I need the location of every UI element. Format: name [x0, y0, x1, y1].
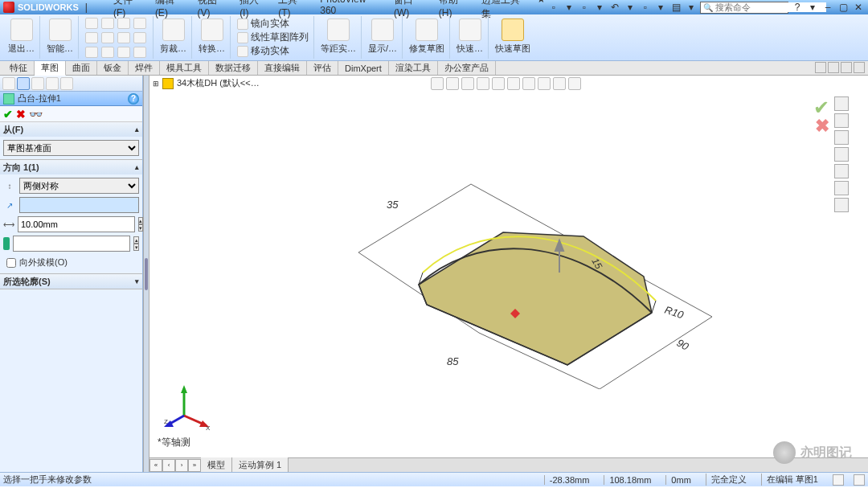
ribbon-linear-pattern[interactable]: 线性草图阵列 — [237, 31, 309, 44]
orientation-triad-icon[interactable]: Y X Z — [164, 383, 212, 432]
custom-props-icon[interactable] — [834, 181, 849, 195]
draft-angle-input[interactable] — [13, 236, 130, 252]
cmdtab-close-icon[interactable] — [854, 62, 865, 73]
ribbon-trim[interactable]: 剪裁… — [155, 16, 192, 59]
close-icon[interactable]: ✕ — [852, 1, 865, 14]
zoom-fit-icon[interactable] — [431, 77, 444, 90]
zoom-area-icon[interactable] — [446, 77, 459, 90]
redo-icon[interactable]: ▾ — [624, 1, 637, 14]
end-condition-select[interactable]: 两侧对称 — [19, 178, 139, 194]
ribbon-smart-dimension[interactable]: 智能… — [42, 16, 79, 59]
expand-icon[interactable]: ▾ — [135, 277, 139, 285]
reverse-direction-icon[interactable]: ↕ — [3, 179, 16, 192]
tab-scroll-first-icon[interactable]: « — [149, 459, 162, 472]
command-search[interactable]: 🔍 — [700, 2, 788, 14]
collapse-icon[interactable]: ▴ — [135, 163, 139, 171]
direction-vector-input[interactable] — [19, 197, 139, 213]
draft-outward-checkbox[interactable] — [6, 258, 16, 268]
point-icon[interactable] — [101, 47, 114, 58]
more-icon[interactable]: ▾ — [685, 1, 698, 14]
tab-features[interactable]: 特征 — [3, 61, 35, 75]
edit-appearance-icon[interactable] — [538, 77, 551, 90]
config-manager-tab-icon[interactable] — [31, 77, 44, 90]
options-icon[interactable]: ▫ — [639, 1, 652, 14]
selection-icon[interactable]: ▤ — [669, 1, 682, 14]
ellipse-icon[interactable] — [117, 32, 130, 43]
status-unit-icon[interactable] — [833, 474, 844, 486]
spin-up-icon[interactable]: ▴ — [133, 236, 139, 244]
tab-office[interactable]: 办公室产品 — [438, 61, 496, 75]
spline-icon[interactable] — [85, 32, 98, 43]
pin-menu-icon[interactable]: ★ — [534, 0, 547, 6]
arc-icon[interactable] — [133, 18, 146, 29]
sw-resources-icon[interactable] — [834, 96, 849, 111]
property-manager-tab-icon[interactable] — [17, 77, 30, 90]
direction1-header[interactable]: 方向 1(1) ▴ — [0, 160, 142, 174]
confirm-corner-cancel-icon[interactable]: ✖ — [815, 116, 829, 137]
tab-sketch[interactable]: 草图 — [35, 61, 66, 76]
view-settings-icon[interactable] — [568, 77, 581, 90]
display-style-icon[interactable] — [507, 77, 520, 90]
design-library-icon[interactable] — [834, 113, 849, 128]
tab-scroll-last-icon[interactable]: » — [188, 459, 201, 472]
apply-scene-icon[interactable] — [553, 77, 566, 90]
from-header[interactable]: 从(F) ▴ — [0, 122, 142, 137]
flyout-tree[interactable]: ⊞ 34木梳DH (默认<<… — [153, 77, 260, 89]
tab-render[interactable]: 渲染工具 — [389, 61, 438, 75]
display-manager-tab-icon[interactable] — [60, 77, 73, 90]
direction-vector-icon[interactable]: ↗ — [3, 199, 16, 211]
ribbon-exit[interactable]: 退出… — [3, 16, 40, 59]
appearances-icon[interactable] — [834, 164, 849, 178]
spin-down-icon[interactable]: ▾ — [133, 244, 139, 251]
cmdtab-restore-icon[interactable] — [841, 62, 852, 73]
ribbon-move[interactable]: 移动实体 — [237, 44, 289, 58]
previous-view-icon[interactable] — [461, 77, 474, 90]
tab-model[interactable]: 模型 — [201, 457, 232, 472]
open-icon[interactable]: ▾ — [563, 1, 575, 14]
slot-icon[interactable] — [101, 32, 114, 43]
detailed-preview-icon[interactable]: 👓 — [29, 108, 43, 121]
ribbon-offset[interactable]: 等距实… — [316, 16, 362, 59]
hide-show-icon[interactable] — [522, 77, 535, 90]
collapse-icon[interactable]: ▴ — [135, 125, 139, 133]
feature-tree-tab-icon[interactable] — [2, 77, 15, 90]
cancel-icon[interactable]: ✖ — [16, 108, 26, 121]
panel-splitter[interactable] — [143, 76, 149, 472]
ribbon-repair[interactable]: 修复草图 — [404, 16, 450, 59]
section-view-icon[interactable] — [477, 77, 489, 90]
tab-sheetmetal[interactable]: 钣金 — [97, 61, 129, 75]
print-icon[interactable]: ▾ — [593, 1, 606, 14]
cmdtab-min-icon[interactable] — [815, 62, 826, 73]
tab-weldments[interactable]: 焊件 — [129, 61, 160, 75]
view-orientation-icon[interactable] — [492, 77, 505, 90]
status-custom-icon[interactable] — [854, 474, 865, 486]
ribbon-mirror[interactable]: 镜向实体 — [237, 17, 289, 31]
fillet-icon[interactable] — [133, 32, 146, 43]
tab-motion-study[interactable]: 运动算例 1 — [232, 457, 289, 472]
ribbon-quick-sketch[interactable]: 快速草图 — [490, 16, 535, 59]
tab-scroll-prev-icon[interactable]: ‹ — [162, 459, 175, 472]
dimxpert-manager-tab-icon[interactable] — [46, 77, 59, 90]
tab-evaluate[interactable]: 评估 — [307, 61, 338, 75]
from-select[interactable]: 草图基准面 — [3, 140, 139, 156]
line-icon[interactable] — [85, 18, 98, 29]
tree-expand-icon[interactable]: ⊞ — [153, 80, 159, 88]
text-icon[interactable] — [117, 47, 130, 58]
tab-direct-edit[interactable]: 直接编辑 — [258, 61, 307, 75]
tab-mold[interactable]: 模具工具 — [160, 61, 209, 75]
graphics-viewport[interactable]: ⊞ 34木梳DH (默认<<… ✔ ✖ — [149, 76, 868, 472]
rect-icon[interactable] — [101, 18, 114, 29]
forum-icon[interactable] — [834, 198, 849, 212]
minimize-icon[interactable]: – — [821, 1, 834, 14]
view-palette-icon[interactable] — [834, 147, 849, 162]
draft-icon[interactable] — [3, 237, 10, 250]
dropdown-icon[interactable]: ▾ — [806, 1, 819, 14]
ribbon-convert[interactable]: 转换… — [194, 16, 231, 59]
cmdtab-max-icon[interactable] — [828, 62, 839, 73]
feature-help-icon[interactable]: ? — [128, 93, 139, 105]
tab-scroll-next-icon[interactable]: › — [175, 459, 188, 472]
polygon-icon[interactable] — [85, 47, 98, 58]
ribbon-display[interactable]: 显示/… — [363, 16, 403, 59]
file-explorer-icon[interactable] — [834, 130, 849, 145]
help-icon[interactable]: ? — [791, 1, 804, 14]
